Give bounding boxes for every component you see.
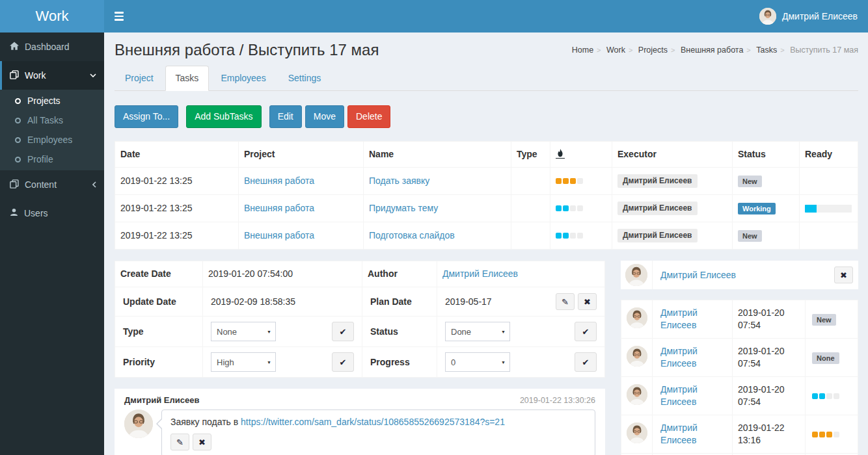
- breadcrumb-link-projects[interactable]: Projects: [638, 46, 668, 55]
- breadcrumb-link-work[interactable]: Work: [606, 46, 625, 55]
- app-logo[interactable]: Work: [0, 0, 104, 32]
- comment-avatar: [124, 410, 153, 438]
- status-badge: Working: [738, 203, 776, 214]
- task-name-link[interactable]: Подготовка слайдов: [369, 230, 455, 240]
- sidebar-item-work[interactable]: Work: [0, 61, 104, 90]
- sidebar-toggle-button[interactable]: [104, 0, 134, 32]
- history-user-link[interactable]: Дмитрий Елисеев: [660, 422, 698, 445]
- type-select[interactable]: None: [211, 322, 276, 341]
- project-link[interactable]: Внешняя работа: [244, 176, 314, 186]
- copy-icon: [10, 70, 19, 81]
- user-menu[interactable]: Дмитрий Елисеев: [749, 0, 868, 32]
- clear-plan-date-button[interactable]: ✖: [578, 293, 597, 310]
- priority-indicator: [812, 393, 839, 399]
- add-subtasks-button[interactable]: Add SubTasks: [186, 105, 262, 128]
- comment-link[interactable]: https://twitter.com/sam_dark/status/1086…: [241, 417, 505, 427]
- history-row: Дмитрий Елисеев 2019-01-20 07:54 New: [621, 300, 858, 339]
- col-executor: Executor: [612, 142, 733, 168]
- tab-employees[interactable]: Employees: [210, 66, 276, 91]
- breadcrumb-link-home[interactable]: Home: [572, 46, 593, 55]
- col-ready: Ready: [800, 142, 858, 168]
- executor-badge: Дмитрий Елисеев: [617, 202, 698, 215]
- sidebar-item-dashboard[interactable]: Dashboard: [0, 32, 104, 61]
- edit-comment-button[interactable]: ✎: [170, 434, 189, 450]
- progress-select[interactable]: 0: [445, 352, 510, 372]
- sidebar-item-users[interactable]: Users: [0, 199, 104, 228]
- sidebar-item-label: Work: [25, 70, 46, 81]
- history-avatar: [627, 384, 647, 405]
- plan-date-label: Plan Date: [362, 287, 437, 317]
- tab-project[interactable]: Project: [115, 66, 164, 91]
- history-row: Дмитрий Елисеев 2019-01-22 13:16: [621, 415, 858, 454]
- comment-timestamp: 2019-01-22 13:30:26: [520, 396, 595, 405]
- sidebar-item-employees[interactable]: Employees: [0, 130, 104, 150]
- priority-indicator: [556, 205, 583, 211]
- priority-sort-link[interactable]: [556, 149, 565, 159]
- history-user-link[interactable]: Дмитрий Елисеев: [660, 346, 698, 369]
- sidebar-item-profile[interactable]: Profile: [0, 150, 104, 169]
- col-status: Status: [733, 142, 800, 168]
- move-button[interactable]: Move: [305, 105, 344, 128]
- col-name: Name: [364, 142, 511, 168]
- page-title: Внешняя работа / Выступить 17 мая: [115, 39, 379, 60]
- create-date-label: Create Date: [115, 261, 203, 287]
- history-date: 2019-01-20 07:54: [733, 300, 806, 339]
- breadcrumb-link-project[interactable]: Внешняя работа: [681, 46, 743, 55]
- task-row: 2019-01-22 13:25 Внешняя работа Подготов…: [115, 222, 858, 250]
- remove-executor-button[interactable]: ✖: [834, 266, 853, 283]
- priority-indicator: [556, 178, 583, 184]
- close-icon: ✖: [584, 298, 591, 306]
- save-status-button[interactable]: ✔: [575, 322, 597, 341]
- sidebar-item-all-tasks[interactable]: All Tasks: [0, 110, 104, 130]
- save-progress-button[interactable]: ✔: [575, 352, 597, 372]
- check-icon: ✔: [340, 328, 347, 336]
- progress-label: Progress: [362, 347, 437, 378]
- sidebar-item-content[interactable]: Content: [0, 170, 104, 199]
- comment: Дмитрий Елисеев 2019-01-22 13:30:26 Заяв…: [115, 389, 605, 455]
- delete-button[interactable]: Delete: [347, 105, 390, 128]
- tab-settings[interactable]: Settings: [278, 66, 332, 91]
- save-priority-button[interactable]: ✔: [332, 352, 354, 372]
- create-date-value: 2019-01-20 07:54:00: [203, 261, 362, 287]
- project-link[interactable]: Внешняя работа: [244, 203, 314, 213]
- priority-select[interactable]: High: [211, 352, 276, 372]
- edit-button[interactable]: Edit: [269, 105, 302, 128]
- col-priority: [550, 142, 612, 168]
- breadcrumb-link-tasks[interactable]: Tasks: [756, 46, 777, 55]
- task-name-link[interactable]: Придумать тему: [369, 203, 438, 213]
- comment-author: Дмитрий Елисеев: [124, 395, 199, 405]
- tab-tasks[interactable]: Tasks: [165, 66, 210, 91]
- status-label: Status: [362, 317, 437, 347]
- assign-to-button[interactable]: Assign To...: [115, 105, 178, 128]
- delete-comment-button[interactable]: ✖: [193, 434, 211, 450]
- executor-badge: Дмитрий Елисеев: [617, 229, 698, 242]
- col-type: Type: [511, 142, 550, 168]
- ready-progressbar: [805, 205, 852, 213]
- status-badge: New: [812, 314, 836, 326]
- sidebar-item-label: Dashboard: [25, 42, 70, 52]
- task-name-link[interactable]: Подать заявку: [369, 176, 429, 186]
- author-link[interactable]: Дмитрий Елисеев: [442, 268, 518, 279]
- status-select[interactable]: Done: [445, 322, 510, 341]
- close-icon: ✖: [840, 271, 847, 280]
- history-user-link[interactable]: Дмитрий Елисеев: [660, 384, 698, 407]
- sidebar-item-projects[interactable]: Projects: [0, 91, 104, 110]
- save-type-button[interactable]: ✔: [332, 322, 354, 341]
- history-date: 2019-01-22 13:16: [733, 415, 806, 454]
- history-date: 2019-01-20 07:54: [733, 339, 806, 377]
- edit-plan-date-button[interactable]: ✎: [556, 293, 575, 310]
- author-label: Author: [362, 261, 437, 287]
- tab-bar: Project Tasks Employees Settings: [115, 66, 858, 91]
- toolbar: Assign To... Add SubTasks Edit Move Dele…: [115, 105, 858, 128]
- history-row: Дмитрий Елисеев 2019-01-20 07:54 None: [621, 339, 858, 377]
- breadcrumb: Home> Work> Projects> Внешняя работа> Ta…: [572, 46, 858, 55]
- pencil-icon: ✎: [176, 438, 183, 447]
- status-badge: New: [738, 230, 762, 242]
- project-link[interactable]: Внешняя работа: [244, 230, 314, 240]
- tasks-table: Date Project Name Type Executor Status R…: [115, 141, 858, 250]
- history-user-link[interactable]: Дмитрий Елисеев: [660, 307, 698, 330]
- executor-link[interactable]: Дмитрий Елисеев: [653, 270, 834, 280]
- tasks-table-header-row: Date Project Name Type Executor Status R…: [115, 142, 858, 168]
- chevron-left-icon: [92, 181, 96, 188]
- check-icon: ✔: [582, 358, 590, 367]
